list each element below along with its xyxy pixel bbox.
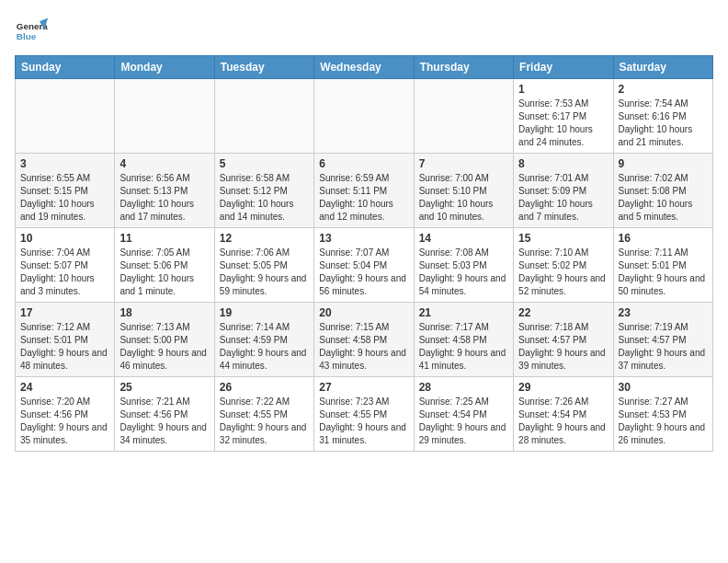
day-info: Sunrise: 7:21 AM Sunset: 4:56 PM Dayligh… <box>119 396 209 447</box>
day-number: 27 <box>319 381 408 394</box>
calendar-week-4: 17Sunrise: 7:12 AM Sunset: 5:01 PM Dayli… <box>16 303 713 377</box>
day-number: 29 <box>518 381 608 394</box>
calendar-cell <box>16 79 115 154</box>
day-info: Sunrise: 7:53 AM Sunset: 6:17 PM Dayligh… <box>518 98 608 149</box>
calendar-cell: 29Sunrise: 7:26 AM Sunset: 4:54 PM Dayli… <box>514 377 613 452</box>
day-info: Sunrise: 7:17 AM Sunset: 4:58 PM Dayligh… <box>419 321 508 373</box>
day-number: 19 <box>220 306 309 319</box>
day-info: Sunrise: 7:18 AM Sunset: 4:57 PM Dayligh… <box>518 321 608 373</box>
weekday-header-tuesday: Tuesday <box>214 56 313 79</box>
day-number: 25 <box>119 381 209 394</box>
day-info: Sunrise: 7:00 AM Sunset: 5:10 PM Dayligh… <box>419 172 508 224</box>
calendar-cell: 26Sunrise: 7:22 AM Sunset: 4:55 PM Dayli… <box>214 377 313 452</box>
day-info: Sunrise: 7:02 AM Sunset: 5:08 PM Dayligh… <box>619 172 708 224</box>
calendar-cell <box>115 79 214 154</box>
day-number: 9 <box>619 157 708 170</box>
calendar-cell: 24Sunrise: 7:20 AM Sunset: 4:56 PM Dayli… <box>16 377 115 452</box>
day-info: Sunrise: 7:12 AM Sunset: 5:01 PM Dayligh… <box>20 321 109 373</box>
calendar-cell: 21Sunrise: 7:17 AM Sunset: 4:58 PM Dayli… <box>414 303 513 377</box>
calendar-cell <box>214 79 313 154</box>
day-info: Sunrise: 7:07 AM Sunset: 5:04 PM Dayligh… <box>319 247 408 298</box>
day-number: 10 <box>20 232 109 245</box>
calendar-week-2: 3Sunrise: 6:55 AM Sunset: 5:15 PM Daylig… <box>16 154 713 228</box>
day-number: 21 <box>419 306 508 319</box>
calendar-cell: 2Sunrise: 7:54 AM Sunset: 6:16 PM Daylig… <box>613 79 712 154</box>
day-info: Sunrise: 7:08 AM Sunset: 5:03 PM Dayligh… <box>419 247 508 298</box>
calendar-cell: 3Sunrise: 6:55 AM Sunset: 5:15 PM Daylig… <box>16 154 115 228</box>
calendar-cell <box>314 79 414 154</box>
day-number: 12 <box>220 232 309 245</box>
calendar-week-1: 1Sunrise: 7:53 AM Sunset: 6:17 PM Daylig… <box>16 79 713 154</box>
day-number: 18 <box>119 306 209 319</box>
day-number: 7 <box>419 157 508 170</box>
calendar-cell: 25Sunrise: 7:21 AM Sunset: 4:56 PM Dayli… <box>115 377 214 452</box>
day-info: Sunrise: 6:59 AM Sunset: 5:11 PM Dayligh… <box>319 172 408 224</box>
day-info: Sunrise: 7:19 AM Sunset: 4:57 PM Dayligh… <box>619 321 708 373</box>
day-info: Sunrise: 7:23 AM Sunset: 4:55 PM Dayligh… <box>319 396 408 447</box>
day-info: Sunrise: 7:25 AM Sunset: 4:54 PM Dayligh… <box>419 396 508 447</box>
day-info: Sunrise: 7:27 AM Sunset: 4:53 PM Dayligh… <box>619 396 708 447</box>
calendar-cell: 10Sunrise: 7:04 AM Sunset: 5:07 PM Dayli… <box>16 228 115 303</box>
weekday-header-sunday: Sunday <box>16 56 115 79</box>
logo: General Blue <box>15 15 48 48</box>
calendar-cell: 13Sunrise: 7:07 AM Sunset: 5:04 PM Dayli… <box>314 228 414 303</box>
calendar-table: SundayMondayTuesdayWednesdayThursdayFrid… <box>15 55 713 452</box>
day-info: Sunrise: 7:10 AM Sunset: 5:02 PM Dayligh… <box>518 247 608 298</box>
day-info: Sunrise: 7:14 AM Sunset: 4:59 PM Dayligh… <box>220 321 309 373</box>
calendar-cell: 4Sunrise: 6:56 AM Sunset: 5:13 PM Daylig… <box>115 154 214 228</box>
day-number: 11 <box>119 232 209 245</box>
calendar-cell: 20Sunrise: 7:15 AM Sunset: 4:58 PM Dayli… <box>314 303 414 377</box>
day-info: Sunrise: 7:22 AM Sunset: 4:55 PM Dayligh… <box>220 396 309 447</box>
page-header: General Blue <box>15 15 713 48</box>
day-number: 23 <box>619 306 708 319</box>
svg-text:Blue: Blue <box>17 31 37 41</box>
calendar-cell: 30Sunrise: 7:27 AM Sunset: 4:53 PM Dayli… <box>613 377 712 452</box>
weekday-header-monday: Monday <box>115 56 214 79</box>
day-number: 3 <box>20 157 109 170</box>
calendar-cell: 18Sunrise: 7:13 AM Sunset: 5:00 PM Dayli… <box>115 303 214 377</box>
day-info: Sunrise: 7:11 AM Sunset: 5:01 PM Dayligh… <box>619 247 708 298</box>
day-number: 1 <box>518 83 608 96</box>
day-number: 13 <box>319 232 408 245</box>
day-number: 8 <box>518 157 608 170</box>
day-number: 4 <box>119 157 209 170</box>
day-info: Sunrise: 7:05 AM Sunset: 5:06 PM Dayligh… <box>119 247 209 298</box>
weekday-header-thursday: Thursday <box>414 56 513 79</box>
calendar-cell: 23Sunrise: 7:19 AM Sunset: 4:57 PM Dayli… <box>613 303 712 377</box>
calendar-cell: 27Sunrise: 7:23 AM Sunset: 4:55 PM Dayli… <box>314 377 414 452</box>
calendar-cell: 17Sunrise: 7:12 AM Sunset: 5:01 PM Dayli… <box>16 303 115 377</box>
calendar-cell: 1Sunrise: 7:53 AM Sunset: 6:17 PM Daylig… <box>514 79 613 154</box>
day-number: 6 <box>319 157 408 170</box>
calendar-cell: 15Sunrise: 7:10 AM Sunset: 5:02 PM Dayli… <box>514 228 613 303</box>
day-number: 30 <box>619 381 708 394</box>
calendar-cell: 5Sunrise: 6:58 AM Sunset: 5:12 PM Daylig… <box>214 154 313 228</box>
day-info: Sunrise: 7:54 AM Sunset: 6:16 PM Dayligh… <box>619 98 708 149</box>
day-number: 22 <box>518 306 608 319</box>
day-number: 14 <box>419 232 508 245</box>
day-number: 16 <box>619 232 708 245</box>
day-number: 2 <box>619 83 708 96</box>
day-number: 26 <box>220 381 309 394</box>
day-number: 28 <box>419 381 508 394</box>
calendar-cell: 16Sunrise: 7:11 AM Sunset: 5:01 PM Dayli… <box>613 228 712 303</box>
weekday-header-wednesday: Wednesday <box>314 56 414 79</box>
weekday-header-saturday: Saturday <box>613 56 712 79</box>
calendar-week-3: 10Sunrise: 7:04 AM Sunset: 5:07 PM Dayli… <box>16 228 713 303</box>
calendar-cell: 14Sunrise: 7:08 AM Sunset: 5:03 PM Dayli… <box>414 228 513 303</box>
weekday-header-friday: Friday <box>514 56 613 79</box>
day-number: 15 <box>518 232 608 245</box>
day-info: Sunrise: 7:01 AM Sunset: 5:09 PM Dayligh… <box>518 172 608 224</box>
calendar-cell: 7Sunrise: 7:00 AM Sunset: 5:10 PM Daylig… <box>414 154 513 228</box>
calendar-cell <box>414 79 513 154</box>
day-number: 17 <box>20 306 109 319</box>
day-number: 24 <box>20 381 109 394</box>
day-info: Sunrise: 7:26 AM Sunset: 4:54 PM Dayligh… <box>518 396 608 447</box>
calendar-week-5: 24Sunrise: 7:20 AM Sunset: 4:56 PM Dayli… <box>16 377 713 452</box>
day-info: Sunrise: 6:55 AM Sunset: 5:15 PM Dayligh… <box>20 172 109 224</box>
day-info: Sunrise: 6:56 AM Sunset: 5:13 PM Dayligh… <box>119 172 209 224</box>
day-number: 5 <box>220 157 309 170</box>
day-info: Sunrise: 7:06 AM Sunset: 5:05 PM Dayligh… <box>220 247 309 298</box>
day-info: Sunrise: 7:15 AM Sunset: 4:58 PM Dayligh… <box>319 321 408 373</box>
day-number: 20 <box>319 306 408 319</box>
logo-icon: General Blue <box>15 15 48 48</box>
